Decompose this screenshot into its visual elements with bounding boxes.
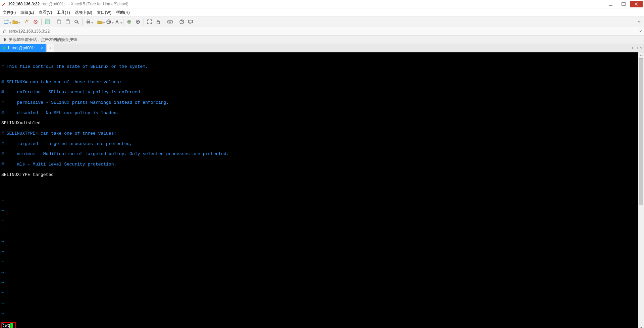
menu-window[interactable]: 窗口(W) — [97, 10, 111, 15]
vertical-scrollbar[interactable] — [638, 52, 644, 328]
term-line: SELINUX=disbled — [1, 121, 637, 126]
new-session-icon[interactable] — [3, 18, 10, 26]
transfer-icon[interactable] — [96, 18, 104, 26]
toolbar — [0, 17, 644, 27]
tab-prev-icon[interactable] — [631, 46, 635, 50]
svg-point-17 — [129, 22, 130, 23]
tab-close-icon[interactable]: × — [41, 46, 43, 50]
feedback-icon[interactable] — [187, 18, 194, 26]
term-empty-line: ~ — [1, 311, 637, 316]
plus-icon: + — [49, 46, 51, 51]
term-line: SELINUXTYPE=targeted — [1, 172, 637, 177]
menu-tabs[interactable]: 选项卡(B) — [75, 10, 92, 15]
tab-list-icon[interactable] — [640, 47, 643, 49]
scroll-thumb[interactable] — [639, 58, 643, 205]
fullscreen-icon[interactable] — [146, 18, 153, 26]
term-empty-line: ~ — [1, 239, 637, 244]
session-hint-text: 要添加当前会话，点击左侧的箭头按钮。 — [9, 37, 81, 43]
svg-rect-6 — [58, 20, 61, 24]
minimize-button[interactable] — [604, 1, 617, 7]
svg-rect-7 — [66, 20, 69, 24]
title-host: 192.168.136.3:22 — [8, 0, 40, 8]
maximize-button[interactable] — [617, 1, 630, 7]
scroll-track[interactable] — [638, 58, 644, 324]
toolbar-separator — [176, 18, 176, 25]
session-hint-bar: 要添加当前会话，点击左侧的箭头按钮。 — [0, 36, 644, 44]
app-icon — [1, 2, 6, 6]
menu-bar: 文件(F) 编辑(E) 查看(V) 工具(T) 选项卡(B) 窗口(W) 帮助(… — [0, 8, 644, 17]
color-scheme-icon[interactable] — [125, 18, 133, 26]
vim-command-line[interactable]: :wq — [1, 322, 16, 328]
terminal[interactable]: # This file controls the state of SELinu… — [0, 52, 638, 328]
term-empty-line: ~ — [1, 301, 637, 306]
toolbar-separator — [53, 18, 53, 25]
reconnect-icon[interactable] — [23, 18, 31, 26]
term-line: # SELINUX= can take one of these three v… — [1, 80, 637, 85]
window-titlebar: 192.168.136.3:22 root@pd001:~ - Xshell 5… — [0, 0, 644, 8]
svg-point-16 — [129, 21, 130, 22]
toolbar-separator — [21, 18, 21, 25]
title-subtitle: root@pd001:~ - Xshell 5 (Free for Home/S… — [42, 0, 128, 8]
svg-point-15 — [128, 21, 129, 22]
print-icon[interactable] — [85, 18, 92, 26]
new-tab-button[interactable]: + — [46, 44, 54, 52]
term-line: # enforcing - SELinux security policy is… — [1, 90, 637, 95]
term-empty-line: ~ — [1, 260, 637, 265]
session-tab[interactable]: 1 root@pd001:~ × — [0, 44, 46, 52]
properties-icon[interactable] — [44, 18, 51, 26]
paste-icon[interactable] — [64, 18, 71, 26]
scroll-down-icon[interactable] — [638, 324, 644, 328]
svg-rect-0 — [609, 5, 612, 6]
term-line: # targeted - Targeted processes are prot… — [1, 141, 637, 146]
term-empty-line: ~ — [1, 188, 637, 193]
toolbar-separator — [144, 18, 144, 25]
lock-small-icon — [2, 29, 7, 33]
scroll-up-icon[interactable] — [638, 52, 644, 58]
term-line: # mls - Multi Level Security protection. — [1, 162, 637, 167]
font-icon[interactable] — [114, 18, 121, 26]
term-empty-line: ~ — [1, 198, 637, 203]
disconnect-icon[interactable] — [32, 18, 39, 26]
toolbar-separator — [123, 18, 123, 25]
term-line: # disabled - No SELinux policy is loaded… — [1, 110, 637, 115]
find-icon[interactable] — [73, 18, 80, 26]
svg-rect-2 — [4, 20, 8, 24]
pin-arrow-icon[interactable] — [2, 37, 7, 42]
tab-next-icon[interactable] — [636, 46, 639, 50]
close-button[interactable] — [630, 1, 643, 7]
address-url[interactable]: ssh://192.168.136.3:22 — [9, 29, 50, 34]
toolbar-separator — [94, 18, 94, 25]
term-line: # This file controls the state of SELinu… — [1, 64, 637, 69]
term-line: # SELINUXTYPE= can take one of three val… — [1, 131, 637, 136]
term-empty-line: ~ — [1, 270, 637, 275]
term-empty-line: ~ — [1, 280, 637, 285]
menu-file[interactable]: 文件(F) — [3, 10, 16, 15]
svg-rect-23 — [4, 31, 6, 33]
term-empty-line: ~ — [1, 290, 637, 295]
menu-tools[interactable]: 工具(T) — [57, 10, 70, 15]
term-empty-line: ~ — [1, 249, 637, 254]
toolbar-separator — [164, 18, 164, 25]
highlight-icon[interactable] — [134, 18, 142, 26]
svg-point-14 — [127, 20, 131, 24]
status-dot-icon — [3, 47, 5, 49]
encoding-icon[interactable] — [105, 18, 112, 26]
menu-help[interactable]: 帮助(H) — [116, 10, 130, 15]
svg-rect-1 — [622, 2, 625, 6]
open-icon[interactable] — [11, 18, 19, 26]
keyboard-icon[interactable] — [166, 18, 174, 26]
toolbar-separator — [41, 18, 42, 25]
term-empty-line: ~ — [1, 229, 637, 234]
copy-icon[interactable] — [55, 18, 63, 26]
vim-command-text: :wq — [2, 323, 10, 328]
menu-edit[interactable]: 编辑(E) — [20, 10, 34, 15]
address-dropdown-icon[interactable] — [639, 30, 642, 33]
svg-rect-11 — [87, 20, 89, 21]
help-icon[interactable] — [178, 18, 185, 26]
lock-icon[interactable] — [155, 18, 162, 26]
menu-view[interactable]: 查看(V) — [39, 10, 52, 15]
toolbar-overflow-icon[interactable] — [638, 20, 642, 23]
term-empty-line: ~ — [1, 321, 637, 326]
svg-rect-12 — [87, 22, 89, 24]
cursor-icon — [10, 323, 13, 328]
